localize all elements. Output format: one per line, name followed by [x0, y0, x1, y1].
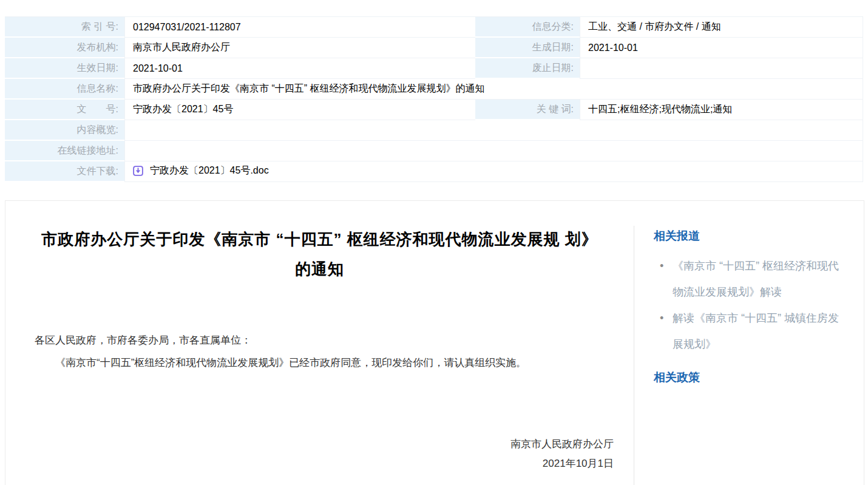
meta-value-info-category: 工业、交通 / 市府办文件 / 通知 [580, 17, 863, 38]
article-body-paragraph: 《南京市“十四五”枢纽经济和现代物流业发展规划》已经市政府同意，现印发给你们，请… [35, 351, 600, 374]
signature-block: 南京市人民政府办公厅 2021年10月1日 [5, 435, 634, 473]
related-news-heading: 相关报道 [654, 226, 842, 246]
signature-date: 2021年10月1日 [5, 454, 614, 473]
document-metadata-table: 索 引 号: 012947031/2021-112807 信息分类: 工业、交通… [5, 16, 863, 182]
meta-value-keywords: 十四五;枢纽经济;现代物流业;通知 [580, 100, 863, 120]
table-row: 文 号: 宁政办发〔2021〕45号 关 键 词: 十四五;枢纽经济;现代物流业… [5, 100, 863, 120]
meta-value-repeal-date [580, 58, 863, 79]
content-panel: 市政府办公厅关于印发《南京市 “十四五” 枢纽经济和现代物流业发展规 划》的通知… [5, 200, 864, 485]
file-download-link[interactable]: 宁政办发〔2021〕45号.doc [133, 164, 269, 177]
related-news-link[interactable]: 《南京市 “十四五” 枢纽经济和现代物流业发展规划》解读 [673, 260, 839, 298]
related-policy-heading: 相关政策 [654, 367, 842, 387]
meta-label-effective-date: 生效日期: [5, 58, 124, 79]
related-news-item: 解读《南京市 “十四五” 城镇住房发展规划》 [660, 305, 842, 358]
file-download-filename: 宁政办发〔2021〕45号.doc [150, 164, 269, 177]
meta-label-keywords: 关 键 词: [475, 100, 580, 120]
download-icon [133, 166, 143, 176]
table-row: 发布机构: 南京市人民政府办公厅 生成日期: 2021-10-01 [5, 38, 863, 58]
page: 索 引 号: 012947031/2021-112807 信息分类: 工业、交通… [0, 0, 868, 485]
article: 市政府办公厅关于印发《南京市 “十四五” 枢纽经济和现代物流业发展规 划》的通知… [5, 201, 634, 485]
related-news-list: 《南京市 “十四五” 枢纽经济和现代物流业发展规划》解读 解读《南京市 “十四五… [654, 253, 842, 358]
article-salutation: 各区人民政府，市府各委办局，市各直属单位： [35, 329, 600, 351]
meta-label-content-overview: 内容概览: [5, 120, 124, 141]
meta-value-index-number: 012947031/2021-112807 [124, 17, 475, 38]
table-row: 索 引 号: 012947031/2021-112807 信息分类: 工业、交通… [5, 17, 863, 38]
meta-value-info-name: 市政府办公厅关于印发《南京市 “十四五” 枢纽经济和现代物流业发展规划》的通知 [124, 79, 863, 100]
table-row: 内容概览: [5, 120, 863, 141]
article-title: 市政府办公厅关于印发《南京市 “十四五” 枢纽经济和现代物流业发展规 划》的通知 [39, 225, 600, 284]
meta-value-issuing-agency: 南京市人民政府办公厅 [124, 38, 475, 58]
meta-value-document-number: 宁政办发〔2021〕45号 [124, 100, 475, 120]
meta-label-document-number: 文 号: [5, 100, 124, 120]
related-news-item: 《南京市 “十四五” 枢纽经济和现代物流业发展规划》解读 [660, 253, 842, 305]
meta-value-content-overview [124, 120, 863, 141]
meta-label-info-name: 信息名称: [5, 79, 124, 100]
meta-label-repeal-date: 废止日期: [475, 58, 580, 79]
sidebar: 相关报道 《南京市 “十四五” 枢纽经济和现代物流业发展规划》解读 解读《南京市… [634, 226, 864, 485]
table-row: 文件下载: 宁政办发〔2021〕45号.doc [5, 161, 863, 182]
table-row: 信息名称: 市政府办公厅关于印发《南京市 “十四五” 枢纽经济和现代物流业发展规… [5, 79, 863, 100]
meta-label-online-link: 在线链接地址: [5, 141, 124, 161]
meta-label-index-number: 索 引 号: [5, 17, 124, 38]
meta-value-file-download: 宁政办发〔2021〕45号.doc [124, 161, 863, 182]
meta-value-effective-date: 2021-10-01 [124, 58, 475, 79]
meta-value-online-link [124, 141, 863, 161]
meta-label-file-download: 文件下载: [5, 161, 124, 182]
table-row: 生效日期: 2021-10-01 废止日期: [5, 58, 863, 79]
meta-label-info-category: 信息分类: [475, 17, 580, 38]
table-row: 在线链接地址: [5, 141, 863, 161]
related-news-link[interactable]: 解读《南京市 “十四五” 城镇住房发展规划》 [673, 312, 839, 350]
meta-label-creation-date: 生成日期: [475, 38, 580, 58]
meta-label-issuing-agency: 发布机构: [5, 38, 124, 58]
meta-value-creation-date: 2021-10-01 [580, 38, 863, 58]
signature-organization: 南京市人民政府办公厅 [5, 435, 614, 454]
